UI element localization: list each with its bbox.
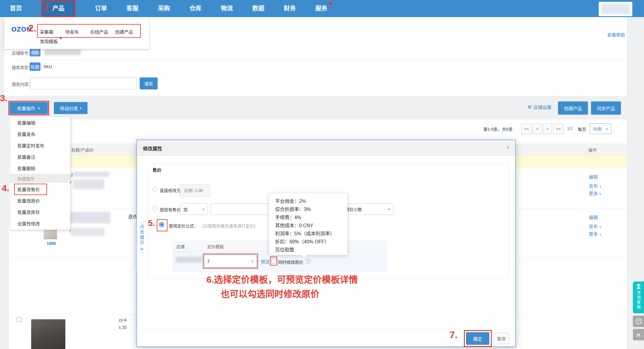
pagination-prev-button[interactable]: <: [533, 123, 542, 134]
more-label: 更多: [589, 191, 598, 196]
batch-operations-label: 批量操作: [17, 105, 35, 111]
batch-menu-item-all-attributes[interactable]: 全属性修改: [17, 220, 40, 227]
radio-direct-modify[interactable]: [153, 187, 157, 192]
filter-divider: [12, 60, 623, 60]
batch-operations-button[interactable]: 批量操作 ∨: [10, 102, 48, 114]
direct-price-input[interactable]: [180, 184, 210, 197]
nav-item-service[interactable]: 客服: [126, 0, 138, 17]
batch-menu-item-change-stock[interactable]: 批量改库存: [17, 209, 40, 215]
nav-item-home[interactable]: 首页: [10, 0, 22, 17]
cancel-button[interactable]: 取消: [494, 333, 509, 344]
expand-handle[interactable]: 点击展开 »: [138, 223, 145, 271]
per-page-value: 50条: [593, 126, 602, 132]
publish-label: 发布: [589, 183, 598, 188]
radio-pricing-formula[interactable]: [159, 222, 164, 227]
modify-original-label: 同时修改原价: [278, 259, 303, 265]
batch-menu-item-edit[interactable]: 批量编辑: [17, 119, 35, 126]
tooltip-line-profit: 利润率：5%（成本利润率）: [275, 230, 347, 238]
shop-settings-link[interactable]: ⚙ 店铺设置: [527, 104, 551, 110]
pricing-template-select[interactable]: 2 ∨: [204, 255, 257, 267]
annotation-step-5: 5.: [148, 218, 155, 228]
move-category-button[interactable]: 移动分类 ▾: [54, 102, 88, 114]
search-type-title-chip[interactable]: 标题: [30, 62, 40, 71]
row2-more-link[interactable]: 更多 ∨: [589, 230, 601, 237]
pricing-formula-tooltip: 平台佣金：2% 综合折损率：3% 手续费：4% 其他成本：0 CNY 利润率：5…: [269, 193, 348, 255]
nav-item-orders[interactable]: 订单: [95, 0, 107, 17]
batch-menu-item-scheduled[interactable]: 批量定时发布: [17, 142, 44, 149]
pagination-last-button[interactable]: >>: [553, 123, 563, 134]
modify-original-checkbox[interactable]: [272, 259, 276, 263]
menu-item-to-publish[interactable]: 待发布: [65, 29, 79, 35]
decimal-rounding-value: 两位小数: [345, 206, 362, 212]
caret-down-icon: ▾: [80, 107, 82, 110]
account-value-redacted: [44, 49, 81, 55]
row2-1688-link[interactable]: 1688: [44, 241, 58, 246]
row1-more-link[interactable]: 更多 ∨: [589, 190, 601, 196]
formula-note: (以现有价格为成本进行定价): [202, 223, 255, 229]
tooltip-line-rounding: 百位取整: [275, 246, 347, 254]
annotation-step-2: 2.: [28, 23, 36, 34]
confirm-button[interactable]: 确定: [466, 332, 489, 345]
row3-title-fragment-clip: zy A s 20: [119, 317, 137, 332]
help-link[interactable]: 查看帮助: [607, 32, 625, 38]
modal-title: 修改属性: [143, 145, 162, 152]
batch-menu-item-delete[interactable]: 批量删除: [17, 165, 35, 171]
question-circle-icon[interactable]: ?: [306, 259, 311, 264]
sync-product-button[interactable]: 同步产品: [591, 101, 621, 115]
batch-menu-item-remark[interactable]: 批量备注: [17, 154, 35, 160]
row1-edit-link[interactable]: 编辑: [589, 173, 598, 180]
help-float-button[interactable]: ?: [633, 316, 644, 327]
batch-menu-item-change-price[interactable]: 批量改售价: [17, 186, 40, 192]
expand-dash-bottom: [140, 252, 144, 253]
close-icon[interactable]: ×: [506, 144, 510, 151]
per-page-select[interactable]: 50条 ∨: [590, 123, 611, 134]
tooltip-line-discount: 折扣：60%（40% OFF）: [275, 238, 347, 246]
nav-item-purchase[interactable]: 采购: [158, 0, 170, 17]
nav-item-logistics[interactable]: 物流: [221, 0, 233, 17]
menu-item-collection-box[interactable]: 采集箱: [40, 29, 53, 35]
annotation-step-4: 4.: [2, 183, 9, 193]
create-product-button[interactable]: 创建产品: [558, 101, 588, 115]
row2-edit-link[interactable]: 编辑: [589, 214, 598, 220]
pagination-first-button[interactable]: <<: [521, 123, 532, 134]
search-button[interactable]: 搜索: [140, 77, 158, 89]
decimal-rounding-select[interactable]: 两位小数 ∨: [342, 203, 393, 215]
search-type-sku[interactable]: SKU: [43, 64, 52, 69]
menu-item-online-products[interactable]: 在线产品: [90, 29, 108, 35]
account-chip-redacted: [31, 50, 39, 55]
row3-product-image[interactable]: [31, 319, 65, 349]
back-to-top-button[interactable]: ^: [633, 329, 644, 340]
batch-menu-item-change-original[interactable]: 批量改原价: [17, 197, 40, 204]
nav-item-finance[interactable]: 财务: [284, 0, 296, 17]
batch-menu-item-publish[interactable]: 批量发布: [17, 131, 35, 137]
radio-existing-price[interactable]: [153, 206, 157, 211]
user-account-box[interactable]: [599, 2, 632, 16]
column-header-action: 操作: [588, 147, 597, 153]
shop-column-header: 店铺: [176, 243, 185, 249]
operation-select-value: 加: [183, 206, 188, 212]
row1-redacted-text: [73, 172, 109, 177]
nav-item-data[interactable]: 数据: [252, 0, 264, 17]
chevron-down-icon: ∨: [599, 225, 601, 229]
nav-item-services[interactable]: 服务: [315, 0, 327, 17]
menu-item-create-product[interactable]: 创建产品: [115, 29, 133, 35]
price-group-title: 售价: [153, 167, 162, 173]
tooltip-line-loss-rate: 综合折损率：3%: [275, 205, 347, 213]
batch-menu-section-label: 快捷操作: [17, 176, 34, 182]
expand-dash-top: [140, 223, 144, 223]
nav-item-warehouse[interactable]: 仓库: [189, 0, 201, 17]
expand-handle-label: 点击展开: [139, 224, 145, 246]
row1-publish-link[interactable]: 发布 ∨: [589, 182, 601, 189]
row3-fragment-line1: zy A: [119, 317, 137, 322]
menu-item-common-templates[interactable]: 常用模板: [40, 38, 58, 44]
notification-dot: [329, 2, 332, 5]
preview-link[interactable]: 预览: [261, 258, 270, 265]
product-dropdown-menu: OZON 采集箱 待发布 在线产品 创建产品 常用模板: [4, 17, 149, 49]
pagination-next-button[interactable]: >: [543, 123, 552, 134]
customer-service-button[interactable]: 咨询客服: [633, 281, 644, 313]
account-all-chip[interactable]: [30, 48, 40, 56]
search-input[interactable]: [30, 77, 137, 89]
operation-select[interactable]: 加 ∨: [180, 203, 208, 215]
row3-checkbox[interactable]: [17, 317, 22, 322]
row2-publish-link[interactable]: 发布 ∨: [589, 223, 601, 229]
